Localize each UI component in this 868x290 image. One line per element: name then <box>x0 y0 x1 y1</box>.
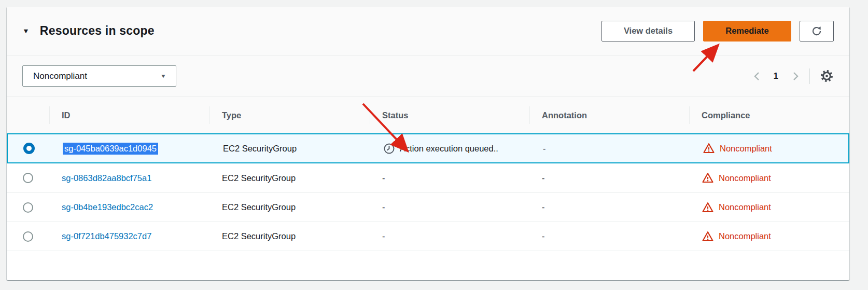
compliance-cell: Noncompliant <box>689 230 849 243</box>
row-select-cell <box>8 143 50 154</box>
id-cell: sg-0b4be193edbc2cac2 <box>49 202 209 212</box>
resource-id-link[interactable]: sg-045ba0639ac1d0945 <box>63 143 158 155</box>
compliance-filter-value: Noncompliant <box>33 71 87 81</box>
table-row[interactable]: sg-0f721db475932c7d7 EC2 SecurityGroup -… <box>7 222 849 251</box>
resource-id-link[interactable]: sg-0f721db475932c7d7 <box>62 231 151 241</box>
warning-triangle-icon <box>702 172 714 184</box>
status-cell: - <box>370 231 529 241</box>
resource-id-link[interactable]: sg-0b4be193edbc2cac2 <box>62 202 153 212</box>
view-details-button[interactable]: View details <box>601 21 695 42</box>
status-cell: - <box>370 173 529 183</box>
page: ▼ Resources in scope View details Remedi… <box>0 0 868 290</box>
current-page-number[interactable]: 1 <box>774 71 778 81</box>
row-radio[interactable] <box>23 143 35 154</box>
refresh-button[interactable] <box>800 21 834 42</box>
annotation-cell: - <box>529 173 689 183</box>
column-header-compliance: Compliance <box>689 97 849 133</box>
pagination-divider <box>809 68 810 84</box>
compliance-cell: Noncompliant <box>689 201 849 214</box>
table-row[interactable]: sg-0863d82aa8bcf75a1 EC2 SecurityGroup -… <box>7 163 849 192</box>
row-radio[interactable] <box>23 231 33 242</box>
id-cell: sg-045ba0639ac1d0945 <box>50 143 211 155</box>
status-text: - <box>382 231 385 241</box>
annotation-cell: - <box>529 202 689 212</box>
compliance-label: Noncompliant <box>719 202 771 212</box>
column-header-type: Type <box>209 97 370 133</box>
row-select-cell <box>7 173 49 183</box>
refresh-icon <box>810 25 823 37</box>
id-cell: sg-0863d82aa8bcf75a1 <box>49 173 209 183</box>
warning-triangle-icon <box>703 142 715 155</box>
id-cell: sg-0f721db475932c7d7 <box>49 231 209 241</box>
page-title: Resources in scope <box>40 24 155 38</box>
table-row[interactable]: sg-0b4be193edbc2cac2 EC2 SecurityGroup -… <box>7 192 849 222</box>
previous-page-button[interactable] <box>751 69 762 84</box>
status-text: - <box>382 173 385 183</box>
collapse-caret-icon[interactable]: ▼ <box>22 27 30 34</box>
table-settings-button[interactable] <box>819 69 834 84</box>
selection-column-header <box>7 97 49 133</box>
column-header-status: Status <box>370 97 529 133</box>
type-cell: EC2 SecurityGroup <box>211 144 371 154</box>
compliance-label: Noncompliant <box>719 173 771 183</box>
type-cell: EC2 SecurityGroup <box>209 231 370 241</box>
status-cell: - <box>370 202 529 212</box>
compliance-cell: Noncompliant <box>689 172 849 184</box>
chevron-right-icon <box>792 71 799 82</box>
row-select-cell <box>7 202 49 213</box>
column-header-id: ID <box>49 97 209 133</box>
type-cell: EC2 SecurityGroup <box>209 202 370 212</box>
type-cell: EC2 SecurityGroup <box>209 173 370 183</box>
panel-header: ▼ Resources in scope View details Remedi… <box>7 7 849 56</box>
row-select-cell <box>7 231 49 242</box>
compliance-label: Noncompliant <box>720 144 772 154</box>
column-header-annotation: Annotation <box>529 97 689 133</box>
annotation-cell: - <box>530 144 690 154</box>
resources-in-scope-panel: ▼ Resources in scope View details Remedi… <box>7 7 849 280</box>
pagination: 1 <box>751 68 834 84</box>
clock-pending-icon <box>383 143 395 155</box>
compliance-filter-dropdown[interactable]: Noncompliant ▼ <box>22 65 176 87</box>
table-body: sg-045ba0639ac1d0945 EC2 SecurityGroup A… <box>7 133 849 251</box>
header-actions: View details Remediate <box>601 21 834 42</box>
table-header: ID Type Status Annotation Compliance <box>7 97 849 133</box>
warning-triangle-icon <box>702 201 714 214</box>
compliance-cell: Noncompliant <box>690 142 848 155</box>
warning-triangle-icon <box>702 230 714 243</box>
chevron-down-icon: ▼ <box>160 73 166 79</box>
remediate-button[interactable]: Remediate <box>703 21 791 42</box>
status-text: Action execution queued.. <box>400 144 498 154</box>
table-row[interactable]: sg-045ba0639ac1d0945 EC2 SecurityGroup A… <box>7 133 849 163</box>
chevron-left-icon <box>753 71 760 82</box>
row-radio[interactable] <box>23 202 33 213</box>
table-toolbar: Noncompliant ▼ 1 <box>7 56 849 97</box>
compliance-label: Noncompliant <box>719 231 771 241</box>
next-page-button[interactable] <box>790 69 801 84</box>
gear-icon <box>820 69 834 83</box>
status-cell: Action execution queued.. <box>371 143 530 155</box>
resource-id-link[interactable]: sg-0863d82aa8bcf75a1 <box>62 173 151 183</box>
annotation-cell: - <box>529 231 689 241</box>
row-radio[interactable] <box>23 173 33 183</box>
status-text: - <box>382 202 385 212</box>
